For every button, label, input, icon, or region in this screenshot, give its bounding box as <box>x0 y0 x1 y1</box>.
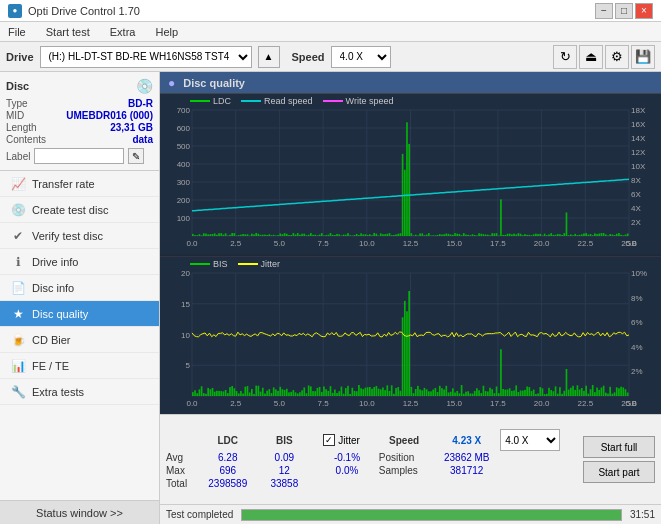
sidebar: Disc 💿 Type BD-R MID UMEBDR016 (000) Len… <box>0 72 160 524</box>
stats-speed-select[interactable]: 4.0 X <box>500 429 560 451</box>
bottom-stats-bar: LDC BIS ✓ Jitter Speed 4.23 X <box>160 414 661 504</box>
disc-mid-row: MID UMEBDR016 (000) <box>6 110 153 121</box>
jitter-check-label: Jitter <box>338 435 360 446</box>
sidebar-item-disc-quality[interactable]: ★ Disc quality <box>0 301 159 327</box>
avg-jitter: -0.1% <box>319 451 375 464</box>
position-value: 23862 MB <box>433 451 500 464</box>
close-button[interactable]: × <box>635 3 653 19</box>
drive-select[interactable]: (H:) HL-DT-ST BD-RE WH16NS58 TST4 <box>40 46 252 68</box>
disc-label-label: Label <box>6 151 30 162</box>
disc-type-value: BD-R <box>128 98 153 109</box>
ldc-label: LDC <box>213 96 231 106</box>
disc-label-input[interactable] <box>34 148 124 164</box>
status-window-label: Status window >> <box>36 507 123 519</box>
read-speed-label: Read speed <box>264 96 313 106</box>
nav-label-fe-te: FE / TE <box>32 360 69 372</box>
main-layout: Disc 💿 Type BD-R MID UMEBDR016 (000) Len… <box>0 72 661 524</box>
nav-label-transfer-rate: Transfer rate <box>32 178 95 190</box>
samples-value: 381712 <box>433 464 500 477</box>
nav-label-disc-quality: Disc quality <box>32 308 88 320</box>
disc-quality-icon: ★ <box>10 306 26 322</box>
save-button[interactable]: 💾 <box>631 45 655 69</box>
disc-title: Disc <box>6 80 29 92</box>
disc-label-btn[interactable]: ✎ <box>128 148 144 164</box>
speed-label: Speed <box>292 51 325 63</box>
menu-help[interactable]: Help <box>151 24 182 40</box>
stats-area: LDC BIS ✓ Jitter Speed 4.23 X <box>160 415 661 504</box>
drive-info-icon: ℹ <box>10 254 26 270</box>
legend-ldc: LDC <box>190 96 231 106</box>
status-window-button[interactable]: Status window >> <box>0 500 159 524</box>
start-full-button[interactable]: Start full <box>583 436 655 458</box>
avg-bis: 0.09 <box>260 451 310 464</box>
disc-length-value: 23,31 GB <box>110 122 153 133</box>
sidebar-item-fe-te[interactable]: 📊 FE / TE <box>0 353 159 379</box>
legend-read-speed: Read speed <box>241 96 313 106</box>
max-bis: 12 <box>260 464 310 477</box>
app-title: Opti Drive Control 1.70 <box>28 5 140 17</box>
max-jitter: 0.0% <box>319 464 375 477</box>
titlebar-controls: − □ × <box>595 3 653 19</box>
create-test-disc-icon: 💿 <box>10 202 26 218</box>
sidebar-item-cd-bier[interactable]: 🍺 CD Bier <box>0 327 159 353</box>
action-buttons: Start full Start part <box>583 436 655 483</box>
sidebar-item-verify-test-disc[interactable]: ✔ Verify test disc <box>0 223 159 249</box>
menu-file[interactable]: File <box>4 24 30 40</box>
drive-eject-button[interactable]: ▲ <box>258 46 280 68</box>
extra-tests-icon: 🔧 <box>10 384 26 400</box>
disc-info-icon: 📄 <box>10 280 26 296</box>
verify-test-disc-icon: ✔ <box>10 228 26 244</box>
content-area: ● Disc quality LDC Read speed <box>160 72 661 524</box>
jitter-checkbox[interactable]: ✓ <box>323 434 335 446</box>
jitter-check-container: ✓ Jitter <box>323 434 371 446</box>
nav-label-extra-tests: Extra tests <box>32 386 84 398</box>
settings-button[interactable]: ⚙ <box>605 45 629 69</box>
write-speed-label: Write speed <box>346 96 394 106</box>
sidebar-item-transfer-rate[interactable]: 📈 Transfer rate <box>0 171 159 197</box>
disc-length-row: Length 23,31 GB <box>6 122 153 133</box>
bottom-legend: BIS Jitter <box>190 259 280 269</box>
sidebar-item-create-test-disc[interactable]: 💿 Create test disc <box>0 197 159 223</box>
titlebar: ● Opti Drive Control 1.70 − □ × <box>0 0 661 22</box>
jitter-check-cell: ✓ Jitter <box>319 429 375 451</box>
menu-start-test[interactable]: Start test <box>42 24 94 40</box>
total-label: Total <box>166 477 196 490</box>
menu-extra[interactable]: Extra <box>106 24 140 40</box>
drivebar: Drive (H:) HL-DT-ST BD-RE WH16NS58 TST4 … <box>0 42 661 72</box>
total-ldc: 2398589 <box>196 477 260 490</box>
sidebar-item-extra-tests[interactable]: 🔧 Extra tests <box>0 379 159 405</box>
toolbar-icons: ↻ ⏏ ⚙ 💾 <box>553 45 655 69</box>
read-speed-color <box>241 100 261 102</box>
speed-select[interactable]: 4.0 X <box>331 46 391 68</box>
start-part-button[interactable]: Start part <box>583 461 655 483</box>
disc-header: Disc 💿 <box>6 78 153 94</box>
position-label: Position <box>375 451 433 464</box>
nav-label-verify-test-disc: Verify test disc <box>32 230 103 242</box>
total-bis: 33858 <box>260 477 310 490</box>
sidebar-item-drive-info[interactable]: ℹ Drive info <box>0 249 159 275</box>
bottom-chart-canvas <box>160 257 661 414</box>
titlebar-left: ● Opti Drive Control 1.70 <box>8 4 140 18</box>
write-speed-color <box>323 100 343 102</box>
refresh-button[interactable]: ↻ <box>553 45 577 69</box>
disc-mid-label: MID <box>6 110 24 121</box>
eject-button[interactable]: ⏏ <box>579 45 603 69</box>
maximize-button[interactable]: □ <box>615 3 633 19</box>
quality-header: ● Disc quality <box>160 72 661 94</box>
quality-title: Disc quality <box>183 77 245 89</box>
bis-header: BIS <box>260 429 310 451</box>
samples-label: Samples <box>375 464 433 477</box>
disc-contents-row: Contents data <box>6 134 153 145</box>
legend-bis: BIS <box>190 259 228 269</box>
jitter-color <box>238 263 258 265</box>
speed-header: Speed <box>375 429 433 451</box>
top-legend: LDC Read speed Write speed <box>190 96 393 106</box>
cd-bier-icon: 🍺 <box>10 332 26 348</box>
legend-write-speed: Write speed <box>323 96 394 106</box>
status-text: Test completed <box>166 509 233 520</box>
minimize-button[interactable]: − <box>595 3 613 19</box>
sidebar-item-disc-info[interactable]: 📄 Disc info <box>0 275 159 301</box>
fe-te-icon: 📊 <box>10 358 26 374</box>
bottom-chart: BIS Jitter <box>160 257 661 414</box>
legend-jitter: Jitter <box>238 259 281 269</box>
